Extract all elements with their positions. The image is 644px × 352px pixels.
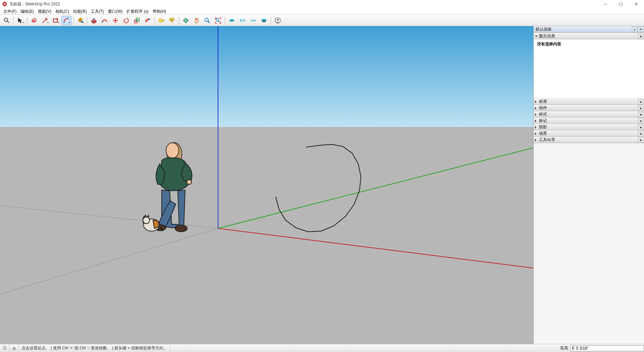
- menu-extensions[interactable]: 扩展程序 (x): [124, 8, 150, 15]
- svg-point-26: [277, 19, 279, 21]
- svg-point-8: [68, 18, 69, 19]
- svg-line-20: [208, 21, 210, 23]
- svg-rect-23: [241, 19, 244, 21]
- close-button[interactable]: ✕: [629, 0, 644, 8]
- geo-icon[interactable]: ◎: [9, 344, 19, 352]
- section-label: 样式: [539, 112, 547, 117]
- section-menu-button[interactable]: ▾: [638, 34, 643, 39]
- rotate-tool[interactable]: [121, 16, 131, 25]
- tray-pin-button[interactable]: ⬥: [632, 27, 637, 32]
- section-menu-button[interactable]: ▾: [638, 137, 643, 143]
- tray-title[interactable]: 默认面板 ⬥ ✕: [534, 26, 644, 33]
- entity-info-text: 没有选择内容: [537, 42, 561, 46]
- menu-file[interactable]: 文件(F): [1, 8, 18, 15]
- menu-window[interactable]: 窗口(W): [106, 8, 124, 15]
- toolbar: A1: [0, 15, 644, 26]
- arc-tool[interactable]: [61, 16, 71, 25]
- entity-info-body: 没有选择内容: [534, 39, 644, 98]
- menu-camera[interactable]: 相机(C): [53, 8, 71, 15]
- svg-rect-4: [33, 18, 36, 20]
- section-instructor[interactable]: 工具向导▾: [534, 137, 644, 143]
- menu-draw[interactable]: 绘图(R): [71, 8, 89, 15]
- section-shadows[interactable]: 阴影▾: [534, 124, 644, 130]
- warehouse-icon[interactable]: [227, 16, 237, 25]
- svg-text:A1: A1: [170, 18, 173, 21]
- section-menu-button[interactable]: ▾: [638, 131, 643, 136]
- window-title: 无标题 - SketchUp Pro 2023: [9, 1, 60, 7]
- section-label: 标记: [539, 118, 547, 124]
- text-tool[interactable]: A1: [167, 16, 177, 25]
- section-menu-button[interactable]: ▾: [638, 105, 643, 111]
- tape-tool[interactable]: [156, 16, 166, 25]
- offset-tool[interactable]: [143, 16, 153, 25]
- svg-point-9: [81, 21, 83, 23]
- ext-warehouse-icon[interactable]: [237, 16, 248, 25]
- section-label: 材质: [539, 99, 547, 104]
- section-materials[interactable]: 材质▾: [534, 98, 644, 105]
- section-menu-button[interactable]: ▾: [638, 125, 643, 130]
- user-icon[interactable]: [273, 16, 283, 25]
- section-label: 组件: [539, 105, 547, 111]
- svg-line-2: [7, 21, 9, 23]
- layer-icon[interactable]: [259, 16, 269, 25]
- pushpull-tool[interactable]: [89, 16, 99, 25]
- select-tool[interactable]: [15, 16, 25, 25]
- section-scenes[interactable]: 场景▾: [534, 130, 644, 137]
- svg-point-28: [187, 180, 192, 184]
- section-label: 阴影: [539, 124, 547, 130]
- section-menu-button[interactable]: ▾: [638, 112, 643, 117]
- svg-point-21: [216, 18, 219, 21]
- menu-edit[interactable]: 编辑(E): [18, 8, 36, 15]
- section-tags[interactable]: 标记▾: [534, 118, 644, 124]
- svg-point-32: [143, 217, 150, 224]
- maximize-button[interactable]: ▢: [613, 0, 629, 8]
- sky: [0, 26, 533, 127]
- section-label: 场景: [539, 131, 547, 136]
- svg-point-29: [175, 225, 187, 232]
- zoom-tool[interactable]: [202, 16, 212, 25]
- followme-tool[interactable]: [100, 16, 110, 25]
- tray-title-label: 默认面板: [536, 27, 552, 32]
- section-label: 图元信息: [539, 33, 555, 39]
- line-tool[interactable]: [40, 16, 50, 25]
- section-styles[interactable]: 样式▾: [534, 111, 644, 118]
- section-menu-button[interactable]: ▾: [638, 118, 643, 124]
- search-icon[interactable]: [2, 16, 12, 25]
- statusbar: ⓘ ◎ 点击设置起点。 | 使用 Ctrl '+' 或 Ctrl '-' 更改段…: [0, 344, 644, 352]
- section-menu-button[interactable]: ▾: [638, 99, 643, 104]
- ext-manager-icon[interactable]: [248, 16, 258, 25]
- menu-view[interactable]: 视图(V): [36, 8, 53, 15]
- titlebar: 无标题 - SketchUp Pro 2023 ─ ▢ ✕: [0, 0, 644, 8]
- move-tool[interactable]: [110, 16, 120, 25]
- orbit-tool[interactable]: [181, 16, 191, 25]
- measurement-input[interactable]: [570, 345, 644, 351]
- paint-tool[interactable]: [75, 16, 85, 25]
- section-entity-info[interactable]: 图元信息 ▾: [534, 33, 644, 39]
- status-hint: 点击设置起点。 | 使用 Ctrl '+' 或 Ctrl '-' 更改段数。 |…: [19, 344, 170, 352]
- menu-tools[interactable]: 工具(T): [89, 8, 106, 15]
- eraser-tool[interactable]: [29, 16, 39, 25]
- measure-label: 弧高: [558, 345, 570, 351]
- rectangle-tool[interactable]: [51, 16, 61, 25]
- app-icon: [2, 1, 7, 7]
- minimize-button[interactable]: ─: [598, 0, 613, 8]
- ground: [0, 127, 533, 344]
- menu-help[interactable]: 帮助(H): [151, 8, 168, 15]
- menubar: 文件(F) 编辑(E) 视图(V) 相机(C) 绘图(R) 工具(T) 窗口(W…: [0, 8, 644, 15]
- svg-point-17: [183, 19, 188, 21]
- svg-point-19: [205, 18, 208, 21]
- pan-tool[interactable]: [192, 16, 202, 25]
- viewport[interactable]: [0, 26, 533, 344]
- svg-point-27: [166, 143, 179, 158]
- section-label: 工具向导: [539, 137, 555, 143]
- section-components[interactable]: 组件▾: [534, 105, 644, 111]
- default-tray: 默认面板 ⬥ ✕ 图元信息 ▾ 没有选择内容 材质▾ 组件▾ 样式▾ 标记▾ 阴…: [533, 26, 644, 344]
- help-icon[interactable]: ⓘ: [0, 344, 9, 352]
- tray-close-button[interactable]: ✕: [638, 27, 643, 32]
- svg-point-18: [185, 18, 187, 23]
- scale-tool[interactable]: [132, 16, 142, 25]
- svg-line-22: [218, 21, 220, 22]
- zoom-extents-tool[interactable]: [213, 16, 223, 25]
- svg-point-1: [4, 18, 8, 21]
- svg-point-7: [63, 22, 65, 23]
